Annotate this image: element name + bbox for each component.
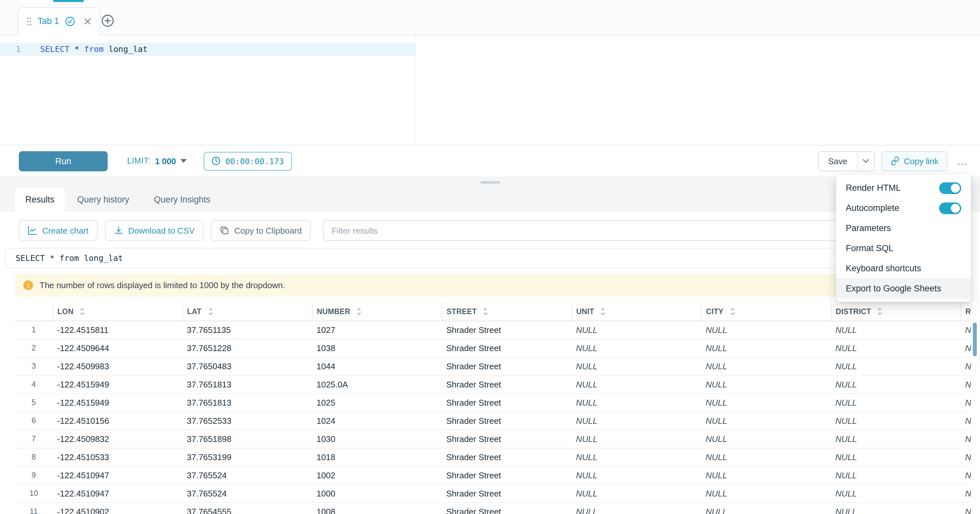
cell: Shrader Street [442, 357, 571, 375]
cell: NULL [701, 412, 831, 429]
sort-icon [482, 308, 488, 316]
run-button[interactable]: Run [19, 151, 108, 171]
sort-icon [729, 308, 735, 316]
menu-item-export-to-google-sheets[interactable]: Export to Google Sheets [836, 278, 971, 299]
copy-clipboard-label: Copy to Clipboard [234, 225, 302, 235]
autocomplete-toggle[interactable] [939, 202, 961, 214]
save-button[interactable]: Save [818, 152, 857, 170]
sql-keyword: SELECT [40, 44, 69, 54]
menu-item-format-sql[interactable]: Format SQL [836, 238, 971, 258]
cell: NULL [961, 412, 971, 429]
copy-icon [220, 226, 229, 235]
column-header-street[interactable]: STREET [442, 303, 571, 321]
create-chart-button[interactable]: Create chart [19, 220, 98, 241]
result-tab-bar: Results Query history Query Insights [0, 188, 980, 212]
table-scrollbar[interactable] [973, 322, 977, 356]
chart-icon [28, 226, 37, 235]
table-row: 9-122.451094737.7655241002Shrader Street… [15, 466, 971, 484]
menu-item-label: Parameters [846, 223, 891, 233]
cell: NULL [701, 502, 831, 514]
cell: 1002 [312, 466, 442, 484]
cell: NULL [961, 466, 971, 484]
column-header-lon[interactable]: LON [52, 303, 182, 321]
splitter-handle[interactable] [480, 181, 500, 184]
cell: Shrader Street [442, 375, 571, 393]
cell: Shrader Street [442, 339, 571, 357]
editor-tab[interactable]: Tab 1 [18, 7, 100, 35]
cell: Shrader Street [442, 412, 571, 429]
column-label: UNIT [576, 308, 594, 316]
cell: NULL [831, 375, 961, 393]
limit-dropdown[interactable]: LIMIT: 1 000 [127, 156, 187, 166]
cell: NULL [831, 484, 961, 502]
cell: NULL [831, 502, 961, 514]
tab-results[interactable]: Results [15, 188, 65, 212]
add-tab-button[interactable] [100, 14, 115, 28]
tab-query-history[interactable]: Query history [65, 188, 142, 212]
pane-splitter[interactable] [0, 177, 980, 188]
sql-text: * [69, 44, 84, 54]
tab-query-insights[interactable]: Query Insights [142, 188, 223, 212]
table-row: 7-122.450983237.76518981030Shrader Stree… [15, 429, 971, 448]
copy-link-button[interactable]: Copy link [881, 151, 948, 171]
save-options-button[interactable] [857, 152, 874, 170]
cell: NULL [961, 357, 971, 375]
cell: NULL [571, 375, 701, 393]
table-row: 3-122.450998337.76504831044Shrader Stree… [15, 357, 971, 375]
column-header-number[interactable]: NUMBER [312, 303, 442, 321]
sort-icon [600, 308, 606, 316]
row-number: 10 [15, 484, 52, 502]
table-row: 6-122.451015637.76525331024Shrader Stree… [15, 412, 971, 429]
sql-text: long_lat [104, 44, 148, 54]
column-header-lat[interactable]: LAT [182, 303, 312, 321]
cell: NULL [571, 339, 701, 357]
more-options-button[interactable]: … [954, 151, 971, 171]
cell: Shrader Street [442, 484, 571, 502]
column-label: LON [57, 308, 73, 316]
menu-item-render-html[interactable]: Render HTML [836, 178, 971, 198]
cell: Shrader Street [442, 466, 571, 484]
render-html-toggle[interactable] [939, 182, 961, 194]
cell: NULL [571, 357, 701, 375]
column-header-unit[interactable]: UNIT [571, 303, 701, 321]
column-header-re[interactable]: RE [961, 303, 971, 321]
menu-item-keyboard-shortcuts[interactable]: Keyboard shortcuts [836, 258, 971, 278]
column-header-district[interactable]: DISTRICT [831, 303, 961, 321]
cell: NULL [961, 448, 971, 466]
table-row: 8-122.451053337.76531991018Shrader Stree… [15, 448, 971, 466]
row-number-header [15, 303, 52, 321]
column-header-city[interactable]: CITY [701, 303, 831, 321]
cell: NULL [571, 466, 701, 484]
row-number: 2 [15, 339, 52, 357]
menu-item-parameters[interactable]: Parameters [836, 218, 971, 238]
cell: Shrader Street [442, 429, 571, 448]
row-number: 3 [15, 357, 52, 375]
limit-label: LIMIT: [127, 156, 151, 166]
cell: NULL [961, 375, 971, 393]
caret-down-icon [181, 159, 187, 163]
toolbar-right: Save Copy link … [818, 151, 971, 171]
cell: -122.4510902 [52, 502, 182, 514]
cell: NULL [701, 375, 831, 393]
line-number: 1 [0, 43, 29, 56]
table-row: 5-122.451594937.76518131025Shrader Stree… [15, 393, 971, 412]
clock-icon [212, 156, 221, 166]
menu-item-label: Format SQL [846, 243, 893, 253]
cell: 1038 [312, 339, 442, 357]
copy-clipboard-button[interactable]: Copy to Clipboard [211, 220, 311, 241]
cell: NULL [961, 321, 971, 339]
cell: NULL [831, 393, 961, 412]
limit-value: 1 000 [155, 156, 176, 166]
close-tab-icon[interactable] [84, 17, 91, 25]
download-csv-button[interactable]: Download to CSV [105, 220, 204, 241]
table-row: 1-122.451581137.76511351027Shrader Stree… [15, 321, 971, 339]
row-number: 5 [15, 393, 52, 412]
sql-editor[interactable]: 1 SELECT * from long_lat [0, 35, 980, 145]
sort-icon [80, 308, 85, 316]
cell: -122.4510947 [52, 466, 182, 484]
menu-item-autocomplete[interactable]: Autocomplete [836, 198, 971, 218]
timer-value: 00:00:00.173 [225, 156, 284, 166]
table-row: 10-122.451094737.7655241000Shrader Stree… [15, 484, 971, 502]
cell: NULL [571, 448, 701, 466]
cell: 37.7652533 [182, 412, 312, 429]
